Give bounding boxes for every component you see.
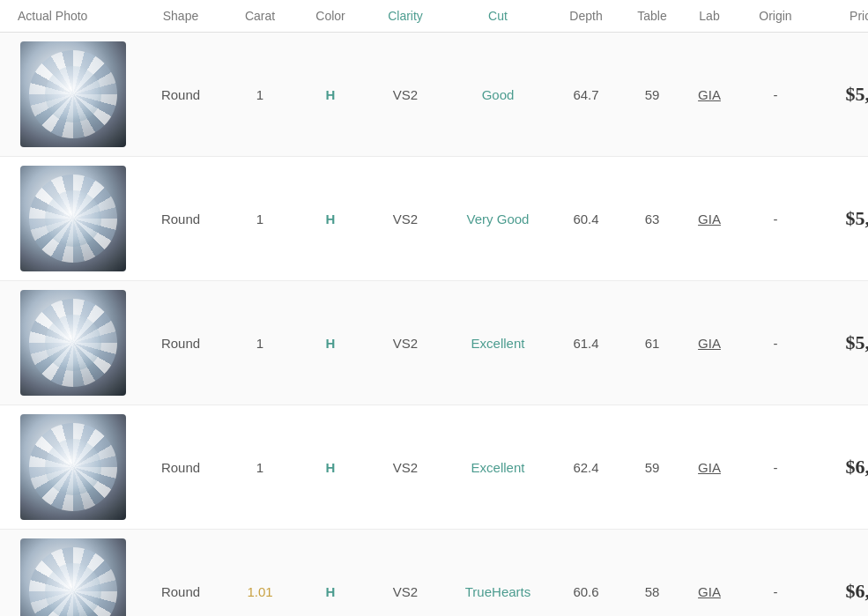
cell-carat: 1	[225, 212, 295, 226]
diamond-photo-cell[interactable]	[0, 41, 137, 147]
cell-carat: 1	[225, 336, 295, 351]
cell-shape: Round	[137, 584, 225, 599]
diamond-photo-cell[interactable]	[0, 166, 137, 271]
cell-cut: TrueHearts	[445, 584, 551, 599]
diamond-image[interactable]	[20, 290, 126, 396]
diamond-photo-cell[interactable]	[0, 538, 137, 616]
cell-price: $5,430	[815, 207, 868, 230]
cell-table: 59	[621, 87, 683, 102]
cell-shape: Round	[137, 336, 225, 351]
header-depth: Depth	[551, 9, 621, 23]
header-shape: Shape	[137, 9, 225, 23]
diamond-image[interactable]	[20, 166, 126, 271]
cell-clarity: VS2	[366, 584, 445, 599]
cell-cut: Excellent	[445, 460, 551, 475]
cell-depth: 60.4	[551, 212, 621, 226]
cell-origin: -	[736, 212, 815, 226]
diamond-table: Actual Photo Shape Carat Color Clarity C…	[0, 0, 868, 616]
cell-lab[interactable]: GIA	[683, 87, 736, 102]
cell-shape: Round	[137, 460, 225, 475]
cell-depth: 62.4	[551, 460, 621, 475]
cell-table: 63	[621, 212, 683, 226]
cell-cut: Good	[445, 87, 551, 102]
header-price: Price	[815, 9, 868, 23]
cell-clarity: VS2	[366, 460, 445, 475]
table-row: Round1.01HVS2TrueHearts60.658GIA-$6,850	[0, 530, 868, 616]
cell-table: 58	[621, 584, 683, 599]
table-row: Round1HVS2Very Good60.463GIA-$5,430	[0, 157, 868, 281]
cell-price: $5,670	[815, 331, 868, 354]
table-row: Round1HVS2Excellent62.459GIA-$6,100	[0, 405, 868, 530]
cell-carat: 1	[225, 460, 295, 475]
cell-shape: Round	[137, 87, 225, 102]
cell-lab[interactable]: GIA	[683, 212, 736, 226]
table-row: Round1HVS2Excellent61.461GIA-$5,670	[0, 281, 868, 405]
cell-origin: -	[736, 336, 815, 351]
header-actual-photo: Actual Photo	[0, 9, 137, 23]
cell-depth: 64.7	[551, 87, 621, 102]
cell-lab[interactable]: GIA	[683, 336, 736, 351]
cell-depth: 60.6	[551, 584, 621, 599]
cell-carat: 1	[225, 87, 295, 102]
cell-color: H	[295, 87, 366, 102]
cell-table: 61	[621, 336, 683, 351]
header-clarity: Clarity	[366, 9, 445, 23]
cell-cut: Very Good	[445, 212, 551, 226]
header-lab: Lab	[683, 9, 736, 23]
header-cut: Cut	[445, 9, 551, 23]
cell-clarity: VS2	[366, 87, 445, 102]
cell-depth: 61.4	[551, 336, 621, 351]
cell-cut: Excellent	[445, 336, 551, 351]
diamond-photo-cell[interactable]	[0, 290, 137, 396]
cell-table: 59	[621, 460, 683, 475]
cell-price: $6,850	[815, 580, 868, 603]
header-origin: Origin	[736, 9, 815, 23]
cell-lab[interactable]: GIA	[683, 460, 736, 475]
cell-price: $5,240	[815, 83, 868, 106]
diamond-image[interactable]	[20, 538, 126, 616]
cell-origin: -	[736, 460, 815, 475]
cell-color: H	[295, 212, 366, 226]
cell-clarity: VS2	[366, 212, 445, 226]
header-carat: Carat	[225, 9, 295, 23]
cell-price: $6,100	[815, 456, 868, 479]
header-table: Table	[621, 9, 683, 23]
cell-color: H	[295, 584, 366, 599]
cell-color: H	[295, 460, 366, 475]
cell-lab[interactable]: GIA	[683, 584, 736, 599]
header-color: Color	[295, 9, 366, 23]
cell-origin: -	[736, 584, 815, 599]
cell-color: H	[295, 336, 366, 351]
table-row: Round1HVS2Good64.759GIA-$5,240	[0, 33, 868, 157]
diamond-image[interactable]	[20, 41, 126, 147]
table-body: Round1HVS2Good64.759GIA-$5,240Round1HVS2…	[0, 33, 868, 616]
diamond-photo-cell[interactable]	[0, 414, 137, 520]
table-header: Actual Photo Shape Carat Color Clarity C…	[0, 0, 868, 33]
cell-shape: Round	[137, 212, 225, 226]
diamond-image[interactable]	[20, 414, 126, 520]
cell-origin: -	[736, 87, 815, 102]
cell-carat: 1.01	[225, 584, 295, 599]
cell-clarity: VS2	[366, 336, 445, 351]
